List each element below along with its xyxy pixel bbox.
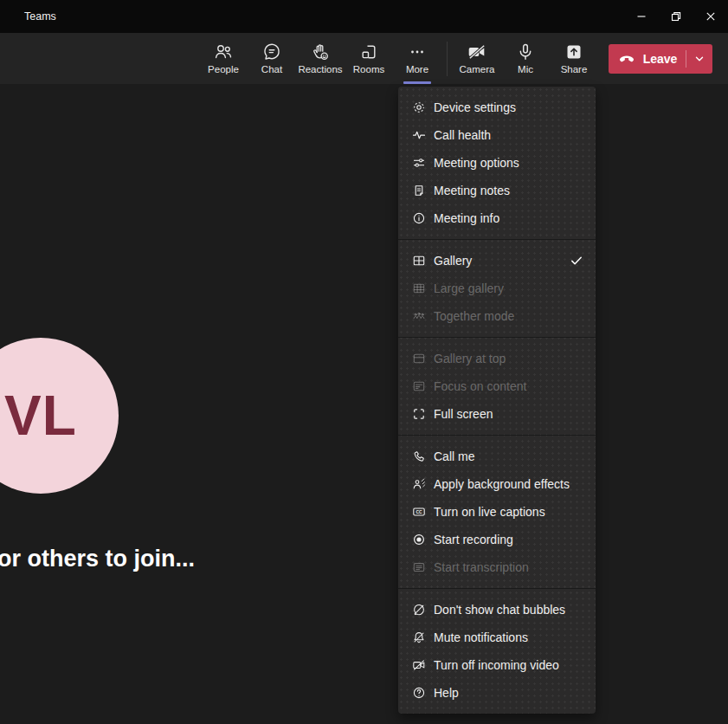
- captions-icon: CC: [412, 505, 426, 519]
- toolbar-button-label: Camera: [460, 65, 495, 75]
- check-icon: [570, 254, 583, 268]
- bell-off-icon: [412, 630, 426, 644]
- close-button[interactable]: [693, 0, 728, 33]
- share-icon: [564, 42, 584, 62]
- menu-item-label: Large gallery: [434, 281, 504, 295]
- menu-section-2: GalleryLarge galleryTogether mode: [398, 239, 596, 337]
- menu-item-call-health[interactable]: Call health: [398, 121, 596, 149]
- menu-item-label: Start transcription: [434, 560, 529, 574]
- menu-item-label: Full screen: [434, 407, 493, 421]
- leave-button-main[interactable]: Leave: [609, 49, 686, 68]
- menu-item-label: Call health: [434, 128, 491, 142]
- avatar-initials: VL: [4, 384, 77, 448]
- menu-item-label: Meeting info: [434, 211, 499, 225]
- menu-item-don-t-show-chat-bubbles[interactable]: Don't show chat bubbles: [398, 596, 596, 624]
- more-options-menu: Device settingsCall healthMeeting option…: [398, 87, 596, 714]
- chat-off-icon: [412, 603, 426, 617]
- menu-item-meeting-options[interactable]: Meeting options: [398, 149, 596, 177]
- menu-item-label: Together mode: [434, 309, 514, 323]
- close-icon: [705, 11, 716, 22]
- toolbar-button-chat[interactable]: Chat: [248, 33, 296, 84]
- menu-item-meeting-info[interactable]: Meeting info: [398, 204, 596, 232]
- toolbar-button-rooms[interactable]: Rooms: [345, 33, 393, 84]
- menu-item-together-mode: Together mode: [398, 302, 596, 330]
- svg-text:CC: CC: [416, 509, 422, 514]
- toolbar-button-label: Rooms: [353, 65, 384, 75]
- large-gallery-icon: [412, 281, 426, 295]
- toolbar-button-label: Mic: [518, 65, 533, 75]
- info-icon: [412, 211, 426, 225]
- toolbar-button-label: People: [208, 65, 239, 75]
- waiting-status-text: or others to join...: [0, 546, 195, 572]
- leave-button-label: Leave: [643, 52, 678, 66]
- menu-item-help[interactable]: Help: [398, 679, 596, 707]
- toolbar-button-more[interactable]: More: [393, 33, 441, 84]
- menu-item-turn-off-incoming-video[interactable]: Turn off incoming video: [398, 651, 596, 679]
- help-icon: [412, 686, 426, 700]
- toolbar-device-group: CameraMicShare: [453, 33, 598, 84]
- menu-item-label: Focus on content: [434, 379, 526, 393]
- record-icon: [412, 533, 426, 546]
- menu-item-label: Turn on live captions: [434, 505, 545, 519]
- toolbar-button-label: Chat: [261, 65, 282, 75]
- menu-item-label: Gallery at top: [434, 352, 506, 365]
- reactions-icon: [310, 42, 331, 62]
- menu-item-label: Device settings: [434, 100, 516, 114]
- toolbar-button-label: More: [406, 65, 428, 75]
- chevron-down-icon[interactable]: [686, 54, 712, 64]
- hangup-icon: [617, 49, 636, 68]
- menu-item-meeting-notes[interactable]: Meeting notes: [398, 177, 596, 204]
- video-off-icon: [412, 658, 426, 672]
- pulse-icon: [412, 128, 426, 142]
- leave-button[interactable]: Leave: [609, 44, 712, 74]
- menu-item-call-me[interactable]: Call me: [398, 443, 596, 470]
- title-bar: Teams: [0, 0, 728, 33]
- menu-item-label: Turn off incoming video: [434, 658, 559, 672]
- menu-item-mute-notifications[interactable]: Mute notifications: [398, 624, 596, 651]
- menu-item-large-gallery: Large gallery: [398, 275, 596, 302]
- menu-item-label: Mute notifications: [434, 630, 528, 644]
- menu-item-apply-background-effects[interactable]: Apply background effects: [398, 470, 596, 498]
- together-icon: [412, 309, 426, 323]
- participant-avatar: VL: [0, 338, 119, 494]
- menu-item-full-screen[interactable]: Full screen: [398, 400, 596, 428]
- menu-item-label: Apply background effects: [434, 477, 570, 491]
- more-icon: [407, 42, 428, 62]
- menu-section-5: Don't show chat bubblesMute notification…: [398, 588, 596, 714]
- app-title: Teams: [24, 10, 56, 23]
- transcript-icon: [412, 560, 426, 574]
- toolbar-button-label: Reactions: [298, 65, 342, 75]
- focus-icon: [412, 379, 426, 393]
- sliders-icon: [412, 156, 426, 170]
- minimize-button[interactable]: [624, 0, 659, 33]
- mic-icon: [515, 42, 536, 62]
- menu-section-1: Device settingsCall healthMeeting option…: [398, 87, 596, 239]
- menu-item-device-settings[interactable]: Device settings: [398, 94, 596, 121]
- menu-item-focus-on-content: Focus on content: [398, 372, 596, 400]
- toolbar-button-share[interactable]: Share: [550, 33, 598, 84]
- menu-item-label: Help: [434, 686, 459, 700]
- menu-item-gallery[interactable]: Gallery: [398, 247, 596, 275]
- people-icon: [213, 42, 234, 62]
- meeting-toolbar: PeopleChatReactionsRoomsMore CameraMicSh…: [0, 33, 728, 84]
- toolbar-button-mic[interactable]: Mic: [501, 33, 550, 84]
- menu-item-start-recording[interactable]: Start recording: [398, 526, 596, 553]
- toolbar-main-group: PeopleChatReactionsRoomsMore: [199, 33, 441, 84]
- menu-section-3: Gallery at topFocus on contentFull scree…: [398, 337, 596, 435]
- gear-icon: [412, 100, 426, 114]
- menu-section-4: Call meApply background effectsCCTurn on…: [398, 435, 596, 588]
- toolbar-button-people[interactable]: People: [199, 33, 248, 84]
- restore-button[interactable]: [659, 0, 693, 33]
- phone-icon: [412, 449, 426, 463]
- toolbar-button-reactions[interactable]: Reactions: [296, 33, 345, 84]
- menu-item-turn-on-live-captions[interactable]: CCTurn on live captions: [398, 498, 596, 526]
- toolbar-button-label: Share: [561, 65, 588, 75]
- menu-item-label: Gallery: [434, 254, 472, 268]
- rooms-icon: [358, 42, 379, 62]
- gallery-icon: [412, 254, 426, 268]
- toolbar-button-camera[interactable]: Camera: [453, 33, 501, 84]
- leave-button-wrap: Leave: [609, 44, 712, 74]
- menu-item-label: Meeting notes: [434, 184, 510, 197]
- minimize-icon: [636, 11, 647, 22]
- restore-icon: [671, 11, 681, 22]
